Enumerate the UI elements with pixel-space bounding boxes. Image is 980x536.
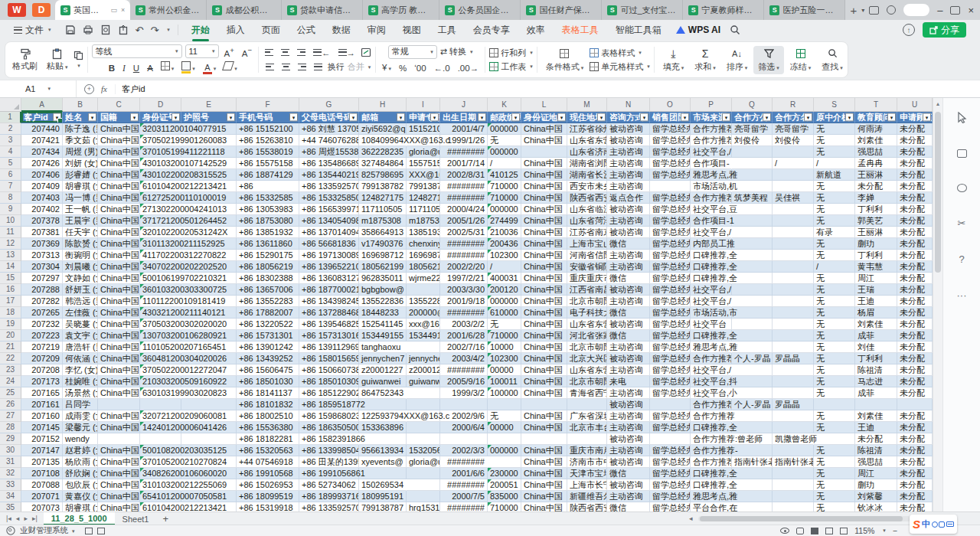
layout-switch-icon[interactable] [869,6,879,15]
cell[interactable]: +86 15536380 [237,422,299,433]
cell[interactable]: 合作项目- [691,158,732,169]
cell[interactable]: 未分配 [897,422,933,433]
cell[interactable]: China中国 [98,410,140,422]
help-icon[interactable]: ? [959,254,964,264]
cell[interactable]: 100011 [488,376,521,387]
filter-dropdown-icon[interactable]: ▾ [349,113,358,122]
column-header-B[interactable]: B [63,98,98,112]
cell[interactable]: 黄韦慧 [855,261,897,273]
cell[interactable]: +86 1360831276 [299,273,359,284]
column-header-S[interactable]: S [814,98,855,112]
cell[interactable]: +86 18753080 [237,215,299,227]
cell[interactable] [732,146,773,158]
cell[interactable]: 207088 [21,479,63,491]
cell[interactable] [773,146,814,158]
cell[interactable]: 社交平台,/ [691,284,732,296]
cell[interactable]: v17490376 [359,238,407,250]
cell[interactable]: +86 17882007 [237,307,299,319]
cell[interactable]: China中国 [521,250,567,261]
cell[interactable]: z20001227 [407,364,440,376]
filter-dropdown-icon[interactable]: ▾ [557,113,566,122]
cell[interactable]: 湖南省浏阳 [567,158,607,169]
cell[interactable] [732,342,773,353]
cell[interactable]: 刘紫馨 [855,491,897,502]
cell[interactable]: 未分配 [897,123,933,135]
cell[interactable]: 2002/3/3 [440,445,488,456]
column-header-H[interactable]: H [359,98,407,112]
add-sheet-button[interactable]: + [156,513,175,525]
cell[interactable]: 被动咨询 [607,353,650,364]
cell[interactable]: 被动咨询 [607,479,650,491]
cell[interactable]: 主动咨询 [607,181,650,192]
cell[interactable] [855,399,897,410]
cell[interactable]: +86 15731301 [237,330,299,342]
cell[interactable]: 刘晨曦 (女 [63,261,98,273]
cell[interactable]: 重庆市南岸 [567,445,607,456]
cell[interactable]: guiwanwei [407,376,440,387]
cell[interactable]: China中国 [521,296,567,307]
ime-mic-icon[interactable] [932,521,938,528]
cell[interactable]: +86 1582391866 [299,433,359,445]
cell[interactable] [814,399,855,410]
cell[interactable] [140,399,181,410]
cell[interactable]: 山东省济南 [567,146,607,158]
cell[interactable]: 吴晓蔓 (女 [63,319,98,330]
filter-dropdown-icon[interactable]: ▾ [172,113,180,122]
cell[interactable] [488,433,521,445]
cell[interactable]: 153205639 [407,445,440,456]
cell[interactable]: 110112200109181419 [140,296,181,307]
cell[interactable]: 2005/9/16 [440,376,488,387]
header-cell[interactable]: 现住地址▾ [567,112,607,123]
account-avatar[interactable] [903,4,929,16]
cell[interactable]: 上海市宝山 [567,238,607,250]
cell[interactable]: 王迪 [855,296,897,307]
cell[interactable]: 207160 [21,410,63,422]
cell[interactable]: +86 1573130169 [299,330,359,342]
cell[interactable]: 被动咨询 [607,123,650,135]
cell[interactable]: 612725200110100019 [140,192,181,204]
cell[interactable] [359,433,407,445]
row-number[interactable]: 23 [0,364,21,376]
row-number[interactable]: 20 [0,330,21,342]
cell[interactable]: 北京大兴区 [567,353,607,364]
restore-button[interactable] [950,6,960,15]
cell[interactable]: China中国 [98,330,140,342]
cell[interactable]: 207108 [21,468,63,479]
cell[interactable]: +44 07546918 [237,456,299,468]
cell[interactable]: 2003/4/2 [440,353,488,364]
cell[interactable]: 169698712 [359,250,407,261]
cell[interactable]: 138519326 [407,227,440,238]
cell[interactable]: China中国 [521,410,567,422]
pointer-icon[interactable] [957,112,967,123]
cell[interactable] [732,468,773,479]
cell[interactable]: 无 [814,410,855,422]
cell[interactable]: 何依涵 (女 [63,353,98,364]
cell[interactable] [773,387,814,399]
cell[interactable]: 留学总经办 [650,284,691,296]
view-normal-icon[interactable] [811,528,818,534]
cell[interactable] [773,422,814,433]
more-icon[interactable]: ··· [957,290,967,300]
cell[interactable]: 吕同学 [63,399,98,410]
sheet-tab-11_28_5_1000[interactable]: 11_28_5_1000 [44,512,115,525]
cell[interactable]: 被动咨询 [607,135,650,146]
cell[interactable]: 未分配 [897,410,933,422]
cell[interactable]: +86 15320563 [237,445,299,456]
cell[interactable]: China中国 [98,307,140,319]
cell[interactable]: +86 1372884680 [299,307,359,319]
cell[interactable]: 主动咨询 [607,491,650,502]
cell[interactable]: 207421 [21,135,63,146]
cell[interactable]: 留学总经办 [650,192,691,204]
column-header-A[interactable]: A [21,98,63,112]
cell[interactable]: China中国 [521,215,567,227]
cell[interactable] [773,342,814,353]
row-number[interactable]: 34 [0,491,21,502]
copy-icon[interactable] [74,51,83,60]
cell[interactable]: 200120 [488,284,521,296]
cell[interactable] [732,273,773,284]
cell[interactable]: 山东省临沂 [567,204,607,215]
cell[interactable]: 王丽淋 [855,227,897,238]
cell[interactable]: 169698712 [407,250,440,261]
cell[interactable]: 主动咨询 [607,422,650,433]
cell[interactable]: 被动咨询 [607,227,650,238]
